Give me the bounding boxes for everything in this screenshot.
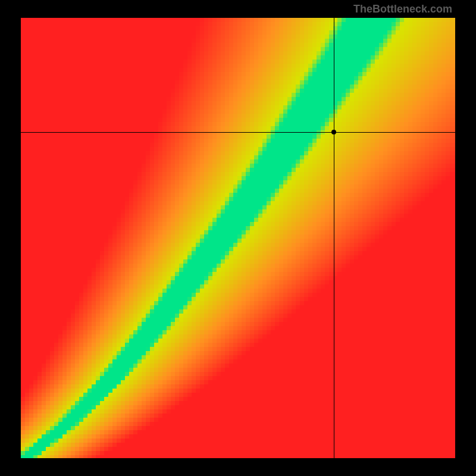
watermark-text: TheBottleneck.com: [353, 3, 452, 15]
heatmap-chart: [21, 18, 455, 458]
heatmap-canvas: [21, 18, 455, 458]
marker-point: [331, 130, 336, 134]
crosshair-horizontal: [21, 132, 455, 133]
crosshair-vertical: [334, 18, 334, 458]
